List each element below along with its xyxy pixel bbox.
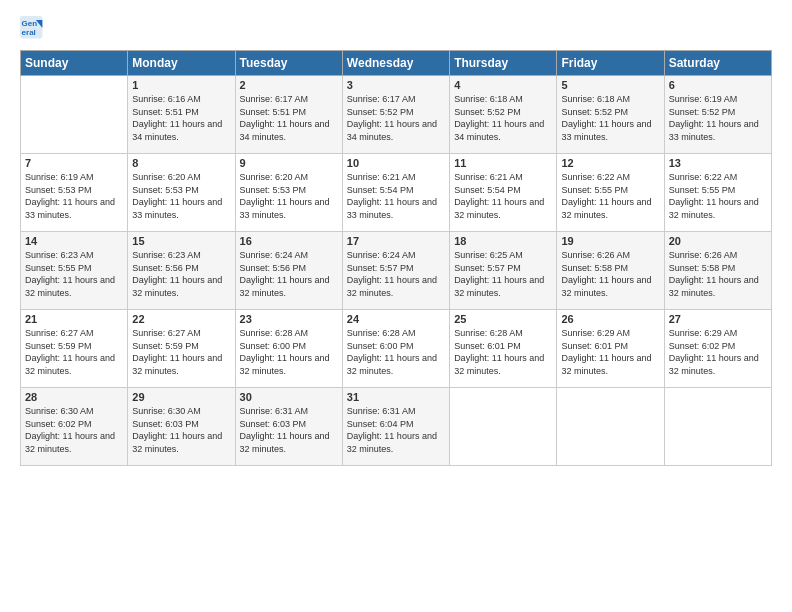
weekday-header: Friday (557, 51, 664, 76)
cell-content: Sunrise: 6:29 AMSunset: 6:01 PMDaylight:… (561, 327, 659, 377)
day-number: 14 (25, 235, 123, 247)
calendar-cell: 11Sunrise: 6:21 AMSunset: 5:54 PMDayligh… (450, 154, 557, 232)
calendar-cell: 20Sunrise: 6:26 AMSunset: 5:58 PMDayligh… (664, 232, 771, 310)
cell-content: Sunrise: 6:23 AMSunset: 5:56 PMDaylight:… (132, 249, 230, 299)
day-number: 10 (347, 157, 445, 169)
weekday-header: Wednesday (342, 51, 449, 76)
cell-content: Sunrise: 6:24 AMSunset: 5:56 PMDaylight:… (240, 249, 338, 299)
calendar-cell: 29Sunrise: 6:30 AMSunset: 6:03 PMDayligh… (128, 388, 235, 466)
day-number: 2 (240, 79, 338, 91)
calendar-cell: 5Sunrise: 6:18 AMSunset: 5:52 PMDaylight… (557, 76, 664, 154)
calendar-cell (557, 388, 664, 466)
day-number: 9 (240, 157, 338, 169)
calendar-cell: 15Sunrise: 6:23 AMSunset: 5:56 PMDayligh… (128, 232, 235, 310)
calendar-cell (21, 76, 128, 154)
day-number: 3 (347, 79, 445, 91)
calendar-cell: 10Sunrise: 6:21 AMSunset: 5:54 PMDayligh… (342, 154, 449, 232)
cell-content: Sunrise: 6:29 AMSunset: 6:02 PMDaylight:… (669, 327, 767, 377)
header: Gen eral (20, 16, 772, 40)
cell-content: Sunrise: 6:30 AMSunset: 6:02 PMDaylight:… (25, 405, 123, 455)
cell-content: Sunrise: 6:17 AMSunset: 5:51 PMDaylight:… (240, 93, 338, 143)
calendar-cell: 4Sunrise: 6:18 AMSunset: 5:52 PMDaylight… (450, 76, 557, 154)
day-number: 24 (347, 313, 445, 325)
calendar-cell: 1Sunrise: 6:16 AMSunset: 5:51 PMDaylight… (128, 76, 235, 154)
calendar-cell: 3Sunrise: 6:17 AMSunset: 5:52 PMDaylight… (342, 76, 449, 154)
day-number: 11 (454, 157, 552, 169)
weekday-header: Monday (128, 51, 235, 76)
cell-content: Sunrise: 6:25 AMSunset: 5:57 PMDaylight:… (454, 249, 552, 299)
calendar-cell: 12Sunrise: 6:22 AMSunset: 5:55 PMDayligh… (557, 154, 664, 232)
calendar-cell: 27Sunrise: 6:29 AMSunset: 6:02 PMDayligh… (664, 310, 771, 388)
cell-content: Sunrise: 6:21 AMSunset: 5:54 PMDaylight:… (347, 171, 445, 221)
cell-content: Sunrise: 6:26 AMSunset: 5:58 PMDaylight:… (669, 249, 767, 299)
cell-content: Sunrise: 6:28 AMSunset: 6:01 PMDaylight:… (454, 327, 552, 377)
calendar-cell: 13Sunrise: 6:22 AMSunset: 5:55 PMDayligh… (664, 154, 771, 232)
calendar-cell: 14Sunrise: 6:23 AMSunset: 5:55 PMDayligh… (21, 232, 128, 310)
day-number: 8 (132, 157, 230, 169)
logo: Gen eral (20, 16, 48, 40)
cell-content: Sunrise: 6:23 AMSunset: 5:55 PMDaylight:… (25, 249, 123, 299)
svg-text:eral: eral (22, 28, 36, 37)
svg-text:Gen: Gen (22, 19, 38, 28)
calendar-cell (664, 388, 771, 466)
calendar-cell: 21Sunrise: 6:27 AMSunset: 5:59 PMDayligh… (21, 310, 128, 388)
day-number: 16 (240, 235, 338, 247)
cell-content: Sunrise: 6:24 AMSunset: 5:57 PMDaylight:… (347, 249, 445, 299)
calendar-cell: 19Sunrise: 6:26 AMSunset: 5:58 PMDayligh… (557, 232, 664, 310)
weekday-header: Sunday (21, 51, 128, 76)
calendar-cell: 22Sunrise: 6:27 AMSunset: 5:59 PMDayligh… (128, 310, 235, 388)
calendar-cell (450, 388, 557, 466)
cell-content: Sunrise: 6:31 AMSunset: 6:03 PMDaylight:… (240, 405, 338, 455)
cell-content: Sunrise: 6:17 AMSunset: 5:52 PMDaylight:… (347, 93, 445, 143)
calendar-cell: 16Sunrise: 6:24 AMSunset: 5:56 PMDayligh… (235, 232, 342, 310)
calendar-cell: 7Sunrise: 6:19 AMSunset: 5:53 PMDaylight… (21, 154, 128, 232)
calendar-cell: 26Sunrise: 6:29 AMSunset: 6:01 PMDayligh… (557, 310, 664, 388)
calendar-cell: 18Sunrise: 6:25 AMSunset: 5:57 PMDayligh… (450, 232, 557, 310)
calendar-cell: 30Sunrise: 6:31 AMSunset: 6:03 PMDayligh… (235, 388, 342, 466)
day-number: 23 (240, 313, 338, 325)
cell-content: Sunrise: 6:28 AMSunset: 6:00 PMDaylight:… (347, 327, 445, 377)
day-number: 29 (132, 391, 230, 403)
day-number: 25 (454, 313, 552, 325)
day-number: 15 (132, 235, 230, 247)
calendar-week-row: 1Sunrise: 6:16 AMSunset: 5:51 PMDaylight… (21, 76, 772, 154)
cell-content: Sunrise: 6:22 AMSunset: 5:55 PMDaylight:… (669, 171, 767, 221)
day-number: 26 (561, 313, 659, 325)
cell-content: Sunrise: 6:20 AMSunset: 5:53 PMDaylight:… (132, 171, 230, 221)
calendar-cell: 23Sunrise: 6:28 AMSunset: 6:00 PMDayligh… (235, 310, 342, 388)
calendar-table: SundayMondayTuesdayWednesdayThursdayFrid… (20, 50, 772, 466)
cell-content: Sunrise: 6:20 AMSunset: 5:53 PMDaylight:… (240, 171, 338, 221)
cell-content: Sunrise: 6:27 AMSunset: 5:59 PMDaylight:… (25, 327, 123, 377)
cell-content: Sunrise: 6:19 AMSunset: 5:52 PMDaylight:… (669, 93, 767, 143)
cell-content: Sunrise: 6:26 AMSunset: 5:58 PMDaylight:… (561, 249, 659, 299)
day-number: 4 (454, 79, 552, 91)
cell-content: Sunrise: 6:18 AMSunset: 5:52 PMDaylight:… (561, 93, 659, 143)
day-number: 21 (25, 313, 123, 325)
day-number: 22 (132, 313, 230, 325)
day-number: 17 (347, 235, 445, 247)
weekday-header: Thursday (450, 51, 557, 76)
logo-icon: Gen eral (20, 16, 44, 40)
calendar-cell: 25Sunrise: 6:28 AMSunset: 6:01 PMDayligh… (450, 310, 557, 388)
cell-content: Sunrise: 6:16 AMSunset: 5:51 PMDaylight:… (132, 93, 230, 143)
day-number: 30 (240, 391, 338, 403)
cell-content: Sunrise: 6:30 AMSunset: 6:03 PMDaylight:… (132, 405, 230, 455)
calendar-cell: 8Sunrise: 6:20 AMSunset: 5:53 PMDaylight… (128, 154, 235, 232)
cell-content: Sunrise: 6:28 AMSunset: 6:00 PMDaylight:… (240, 327, 338, 377)
day-number: 20 (669, 235, 767, 247)
calendar-cell: 17Sunrise: 6:24 AMSunset: 5:57 PMDayligh… (342, 232, 449, 310)
cell-content: Sunrise: 6:22 AMSunset: 5:55 PMDaylight:… (561, 171, 659, 221)
day-number: 6 (669, 79, 767, 91)
calendar-week-row: 14Sunrise: 6:23 AMSunset: 5:55 PMDayligh… (21, 232, 772, 310)
day-number: 18 (454, 235, 552, 247)
calendar-cell: 6Sunrise: 6:19 AMSunset: 5:52 PMDaylight… (664, 76, 771, 154)
cell-content: Sunrise: 6:27 AMSunset: 5:59 PMDaylight:… (132, 327, 230, 377)
calendar-cell: 2Sunrise: 6:17 AMSunset: 5:51 PMDaylight… (235, 76, 342, 154)
day-number: 1 (132, 79, 230, 91)
calendar-week-row: 28Sunrise: 6:30 AMSunset: 6:02 PMDayligh… (21, 388, 772, 466)
cell-content: Sunrise: 6:18 AMSunset: 5:52 PMDaylight:… (454, 93, 552, 143)
calendar-cell: 9Sunrise: 6:20 AMSunset: 5:53 PMDaylight… (235, 154, 342, 232)
calendar-week-row: 21Sunrise: 6:27 AMSunset: 5:59 PMDayligh… (21, 310, 772, 388)
weekday-header: Tuesday (235, 51, 342, 76)
day-number: 12 (561, 157, 659, 169)
